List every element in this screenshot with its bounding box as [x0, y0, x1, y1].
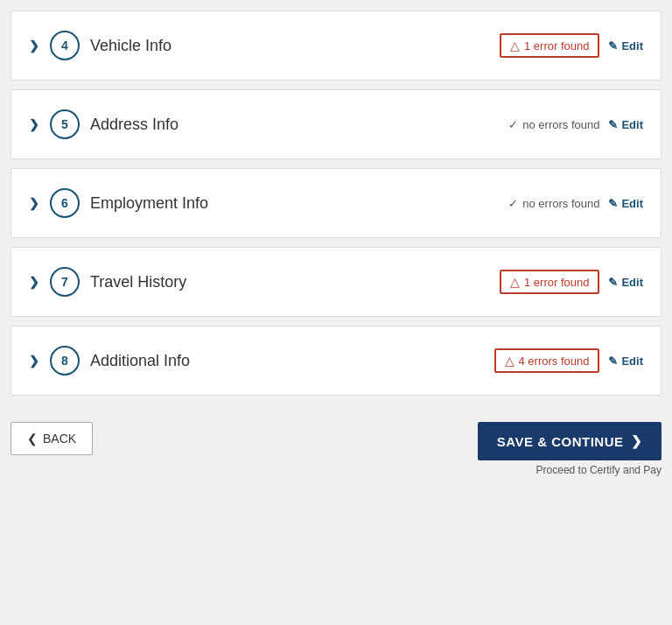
warning-triangle-icon-8: △ [505, 354, 514, 368]
edit-pencil-icon-4: ✎ [608, 39, 618, 53]
section-title-6: Employment Info [90, 194, 208, 213]
section-title-4: Vehicle Info [90, 37, 172, 55]
error-status-8: △4 errors found [494, 348, 600, 373]
section-left-8: ❯8Additional Info [29, 346, 190, 376]
expand-chevron-icon-8[interactable]: ❯ [29, 354, 39, 368]
section-left-7: ❯7Travel History [29, 267, 186, 297]
error-status-4: △1 error found [500, 33, 599, 58]
sections-list: ❯4Vehicle Info△1 error found✎Edit❯5Addre… [10, 11, 662, 396]
section-5: ❯5Address Info✓no errors found✎Edit [10, 89, 662, 159]
footer-actions: ❮ BACK SAVE & CONTINUE ❯ Proceed to Cert… [10, 413, 662, 485]
step-circle-4: 4 [50, 31, 80, 60]
expand-chevron-icon-5[interactable]: ❯ [29, 117, 39, 131]
edit-button-7[interactable]: ✎Edit [608, 276, 643, 289]
section-left-6: ❯6Employment Info [29, 188, 208, 218]
edit-label-7: Edit [621, 276, 643, 289]
save-continue-label: SAVE & CONTINUE [497, 434, 624, 449]
warning-triangle-icon-4: △ [510, 39, 520, 53]
section-right-4: △1 error found✎Edit [500, 33, 643, 58]
expand-chevron-icon-4[interactable]: ❯ [29, 39, 39, 53]
expand-chevron-icon-7[interactable]: ❯ [29, 275, 39, 289]
section-left-4: ❯4Vehicle Info [29, 31, 172, 60]
edit-pencil-icon-5: ✎ [608, 118, 618, 131]
check-icon-6: ✓ [508, 197, 518, 210]
edit-button-4[interactable]: ✎Edit [608, 39, 643, 53]
error-text-7: 1 error found [524, 276, 589, 289]
step-circle-7: 7 [50, 267, 80, 297]
edit-button-6[interactable]: ✎Edit [608, 197, 643, 210]
save-continue-wrapper: SAVE & CONTINUE ❯ Proceed to Certify and… [478, 422, 662, 476]
section-right-8: △4 errors found✎Edit [494, 348, 644, 373]
section-right-6: ✓no errors found✎Edit [508, 197, 643, 210]
section-title-5: Address Info [90, 116, 178, 134]
error-text-4: 1 error found [524, 39, 589, 53]
edit-label-6: Edit [621, 197, 643, 210]
edit-label-4: Edit [621, 39, 643, 53]
section-right-5: ✓no errors found✎Edit [508, 118, 643, 131]
edit-pencil-icon-6: ✎ [608, 197, 618, 210]
step-circle-5: 5 [50, 109, 80, 139]
back-button[interactable]: ❮ BACK [10, 422, 93, 455]
warning-triangle-icon-7: △ [510, 275, 520, 289]
section-right-7: △1 error found✎Edit [500, 270, 643, 294]
section-4: ❯4Vehicle Info△1 error found✎Edit [10, 11, 662, 81]
ok-status-5: ✓no errors found [508, 118, 599, 131]
ok-text-5: no errors found [522, 118, 599, 131]
save-continue-chevron-icon: ❯ [631, 433, 643, 449]
save-continue-button[interactable]: SAVE & CONTINUE ❯ [478, 422, 662, 460]
back-label: BACK [43, 432, 76, 446]
section-8: ❯8Additional Info△4 errors found✎Edit [10, 326, 662, 396]
back-chevron-icon: ❮ [27, 432, 38, 446]
proceed-text: Proceed to Certify and Pay [536, 464, 662, 476]
edit-label-8: Edit [621, 355, 643, 368]
ok-text-6: no errors found [522, 197, 599, 210]
edit-label-5: Edit [621, 118, 643, 131]
check-icon-5: ✓ [508, 118, 518, 131]
section-6: ❯6Employment Info✓no errors found✎Edit [10, 168, 662, 238]
step-circle-6: 6 [50, 188, 80, 218]
step-circle-8: 8 [50, 346, 80, 376]
edit-button-5[interactable]: ✎Edit [608, 118, 643, 131]
ok-status-6: ✓no errors found [508, 197, 599, 210]
edit-pencil-icon-8: ✎ [608, 355, 618, 368]
expand-chevron-icon-6[interactable]: ❯ [29, 196, 39, 210]
section-title-8: Additional Info [90, 352, 190, 370]
edit-button-8[interactable]: ✎Edit [608, 355, 643, 368]
error-text-8: 4 errors found [519, 355, 590, 368]
section-7: ❯7Travel History△1 error found✎Edit [10, 247, 662, 317]
edit-pencil-icon-7: ✎ [608, 276, 618, 289]
section-left-5: ❯5Address Info [29, 109, 178, 139]
error-status-7: △1 error found [500, 270, 599, 294]
section-title-7: Travel History [90, 273, 186, 291]
